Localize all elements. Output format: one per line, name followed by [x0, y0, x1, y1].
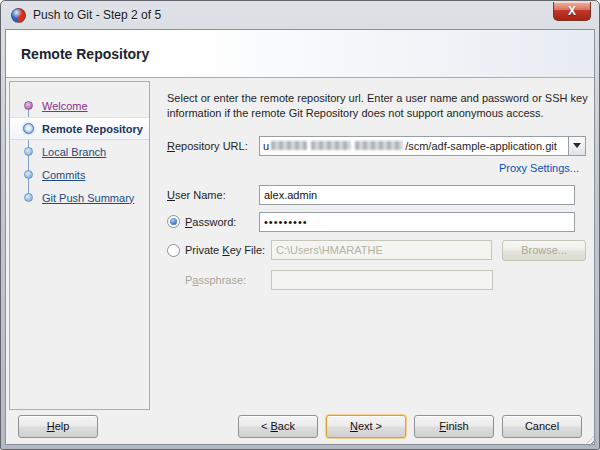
private-key-file-label[interactable]: Private Key File: — [185, 244, 271, 256]
step-label: Remote Repository — [42, 123, 143, 135]
redacted-url-segment — [355, 141, 403, 150]
wizard-step-welcome[interactable]: Welcome — [10, 94, 149, 117]
step-dot-visited-icon — [24, 101, 33, 110]
next-button[interactable]: Next > — [326, 415, 406, 438]
finish-button[interactable]: Finish — [414, 415, 494, 438]
close-button[interactable]: X — [553, 2, 591, 21]
step-dot-icon — [24, 193, 33, 202]
dialog-body: Remote Repository Welcome Remote Reposit… — [5, 29, 595, 445]
step-label: Local Branch — [42, 146, 106, 158]
step-label: Commits — [42, 169, 85, 181]
proxy-settings-row: Proxy Settings... — [167, 162, 586, 174]
back-button[interactable]: < Back — [238, 415, 318, 438]
password-row: Password: — [167, 212, 586, 232]
wizard-step-local-branch[interactable]: Local Branch — [10, 140, 149, 163]
user-name-row: User Name: — [167, 185, 586, 205]
private-key-radio[interactable] — [167, 244, 180, 257]
passphrase-input — [271, 270, 493, 290]
cancel-button[interactable]: Cancel — [502, 415, 582, 438]
window-title: Push to Git - Step 2 of 5 — [33, 8, 161, 22]
user-name-input[interactable] — [259, 185, 575, 205]
user-name-label: User Name: — [167, 189, 259, 201]
help-button[interactable]: Help — [18, 415, 98, 438]
page-title: Remote Repository — [21, 46, 149, 62]
step-dot-icon — [24, 170, 33, 179]
private-key-file-input — [271, 240, 492, 260]
proxy-settings-link[interactable]: Proxy Settings... — [499, 162, 579, 174]
close-icon: X — [568, 5, 576, 17]
repository-url-row: Repository URL: u /scm/adf-sample-applic… — [167, 136, 586, 156]
wizard-nav-buttons: < Back Next > Finish Cancel — [238, 415, 582, 438]
step-label: Git Push Summary — [42, 192, 134, 204]
passphrase-row: Passphrase: — [167, 270, 586, 290]
jdeveloper-app-icon — [11, 8, 26, 23]
password-input[interactable] — [259, 212, 575, 232]
wizard-steps-panel: Welcome Remote Repository Local Branch C… — [9, 81, 150, 410]
repository-url-label: Repository URL: — [167, 140, 259, 152]
step-label: Welcome — [42, 100, 88, 112]
wizard-header: Remote Repository — [6, 30, 594, 78]
wizard-steps-list: Welcome Remote Repository Local Branch C… — [10, 82, 149, 209]
instructions-text: Select or enter the remote repository ur… — [167, 91, 595, 121]
passphrase-label: Passphrase: — [185, 274, 271, 286]
step-dot-icon — [24, 147, 33, 156]
url-dropdown-button[interactable] — [568, 137, 585, 155]
button-bar: Help < Back Next > Finish Cancel — [18, 414, 582, 438]
redacted-url-segment — [311, 141, 351, 150]
push-to-git-dialog: Push to Git - Step 2 of 5 X Remote Repos… — [0, 0, 600, 450]
window-titlebar[interactable]: Push to Git - Step 2 of 5 X — [1, 1, 599, 29]
wizard-step-git-push-summary[interactable]: Git Push Summary — [10, 186, 149, 209]
main-form-panel: Select or enter the remote repository ur… — [152, 79, 592, 408]
browse-button: Browse... — [502, 240, 586, 261]
repository-url-combobox[interactable]: u /scm/adf-sample-application.git — [259, 136, 586, 156]
step-dot-current-icon — [23, 123, 34, 134]
private-key-file-row: Private Key File: Browse... — [167, 240, 586, 261]
wizard-step-commits[interactable]: Commits — [10, 163, 149, 186]
wizard-step-remote-repository[interactable]: Remote Repository — [10, 117, 149, 140]
redacted-url-segment — [271, 141, 307, 150]
chevron-down-icon — [573, 143, 581, 148]
repository-url-value[interactable]: u /scm/adf-sample-application.git — [260, 137, 568, 155]
radio-selected-dot — [170, 218, 177, 225]
password-radio[interactable] — [167, 215, 180, 228]
password-label[interactable]: Password: — [185, 216, 259, 228]
